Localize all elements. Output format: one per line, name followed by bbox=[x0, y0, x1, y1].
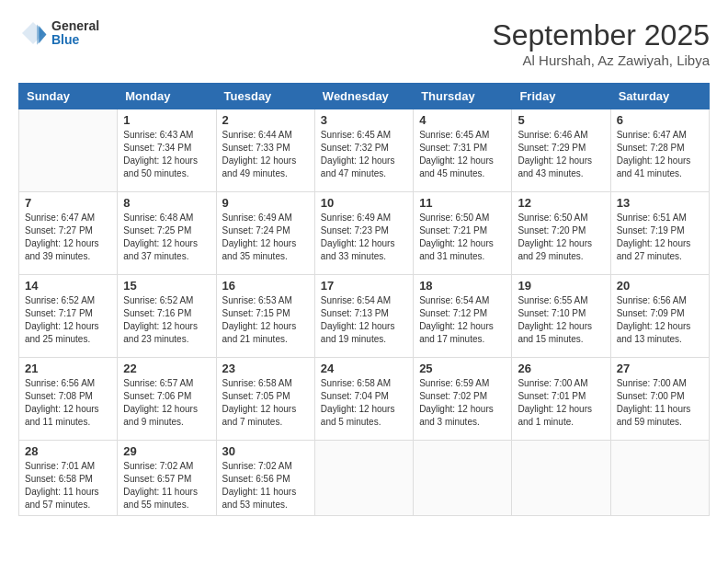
day-number: 19 bbox=[518, 279, 604, 293]
calendar-day: 1Sunrise: 6:43 AM Sunset: 7:34 PM Daylig… bbox=[118, 109, 216, 192]
day-number: 9 bbox=[222, 196, 309, 210]
day-info: Sunrise: 7:02 AM Sunset: 6:57 PM Dayligh… bbox=[123, 460, 210, 511]
day-number: 29 bbox=[123, 444, 210, 458]
day-number: 20 bbox=[617, 279, 703, 293]
calendar-day: 10Sunrise: 6:49 AM Sunset: 7:23 PM Dayli… bbox=[314, 192, 413, 275]
calendar-week-1: 1Sunrise: 6:43 AM Sunset: 7:34 PM Daylig… bbox=[19, 109, 710, 192]
calendar-week-5: 28Sunrise: 7:01 AM Sunset: 6:58 PM Dayli… bbox=[19, 441, 710, 516]
day-number: 12 bbox=[518, 196, 604, 210]
calendar-header-row: SundayMondayTuesdayWednesdayThursdayFrid… bbox=[19, 84, 710, 109]
header-thursday: Thursday bbox=[414, 84, 512, 109]
day-info: Sunrise: 6:56 AM Sunset: 7:09 PM Dayligh… bbox=[617, 294, 703, 346]
day-number: 26 bbox=[518, 362, 604, 375]
calendar-day: 9Sunrise: 6:49 AM Sunset: 7:24 PM Daylig… bbox=[216, 192, 314, 275]
calendar-day: 30Sunrise: 7:02 AM Sunset: 6:56 PM Dayli… bbox=[216, 441, 314, 516]
day-info: Sunrise: 7:00 AM Sunset: 7:00 PM Dayligh… bbox=[617, 377, 703, 429]
calendar-day: 16Sunrise: 6:53 AM Sunset: 7:15 PM Dayli… bbox=[216, 275, 314, 358]
day-info: Sunrise: 6:48 AM Sunset: 7:25 PM Dayligh… bbox=[123, 212, 210, 263]
calendar-day: 19Sunrise: 6:55 AM Sunset: 7:10 PM Dayli… bbox=[512, 275, 610, 358]
day-number: 13 bbox=[617, 196, 703, 210]
logo-blue: Blue bbox=[51, 33, 99, 47]
calendar-day: 26Sunrise: 7:00 AM Sunset: 7:01 PM Dayli… bbox=[512, 358, 610, 441]
calendar-day: 20Sunrise: 6:56 AM Sunset: 7:09 PM Dayli… bbox=[610, 275, 709, 358]
day-number: 14 bbox=[25, 279, 111, 293]
day-number: 11 bbox=[419, 196, 506, 210]
day-info: Sunrise: 6:46 AM Sunset: 7:29 PM Dayligh… bbox=[518, 129, 604, 180]
svg-marker-2 bbox=[39, 26, 46, 43]
day-info: Sunrise: 6:54 AM Sunset: 7:13 PM Dayligh… bbox=[321, 294, 407, 346]
logo: General Blue bbox=[18, 18, 99, 48]
calendar-day: 28Sunrise: 7:01 AM Sunset: 6:58 PM Dayli… bbox=[19, 441, 118, 516]
day-number: 3 bbox=[321, 113, 407, 127]
day-info: Sunrise: 7:01 AM Sunset: 6:58 PM Dayligh… bbox=[25, 460, 111, 511]
day-info: Sunrise: 6:56 AM Sunset: 7:08 PM Dayligh… bbox=[25, 377, 111, 429]
day-info: Sunrise: 7:02 AM Sunset: 6:56 PM Dayligh… bbox=[222, 460, 309, 511]
day-info: Sunrise: 6:45 AM Sunset: 7:31 PM Dayligh… bbox=[419, 129, 506, 180]
day-number: 7 bbox=[25, 196, 111, 210]
calendar-day: 8Sunrise: 6:48 AM Sunset: 7:25 PM Daylig… bbox=[118, 192, 216, 275]
day-info: Sunrise: 6:50 AM Sunset: 7:21 PM Dayligh… bbox=[419, 212, 506, 263]
calendar-week-4: 21Sunrise: 6:56 AM Sunset: 7:08 PM Dayli… bbox=[19, 358, 710, 441]
day-info: Sunrise: 6:47 AM Sunset: 7:28 PM Dayligh… bbox=[617, 129, 703, 180]
month-title: September 2025 bbox=[492, 18, 710, 52]
day-info: Sunrise: 6:59 AM Sunset: 7:02 PM Dayligh… bbox=[419, 377, 506, 429]
day-info: Sunrise: 6:49 AM Sunset: 7:24 PM Dayligh… bbox=[222, 212, 309, 263]
day-number: 24 bbox=[321, 362, 407, 375]
calendar-day: 14Sunrise: 6:52 AM Sunset: 7:17 PM Dayli… bbox=[19, 275, 118, 358]
day-number: 25 bbox=[419, 362, 506, 375]
day-number: 8 bbox=[123, 196, 210, 210]
calendar-week-2: 7Sunrise: 6:47 AM Sunset: 7:27 PM Daylig… bbox=[19, 192, 710, 275]
calendar-day: 11Sunrise: 6:50 AM Sunset: 7:21 PM Dayli… bbox=[414, 192, 512, 275]
calendar-day: 13Sunrise: 6:51 AM Sunset: 7:19 PM Dayli… bbox=[610, 192, 709, 275]
calendar-day bbox=[414, 441, 512, 516]
day-number: 22 bbox=[123, 362, 210, 375]
logo-icon bbox=[18, 18, 48, 48]
calendar-day bbox=[19, 109, 118, 192]
calendar-day: 15Sunrise: 6:52 AM Sunset: 7:16 PM Dayli… bbox=[118, 275, 216, 358]
calendar-day: 3Sunrise: 6:45 AM Sunset: 7:32 PM Daylig… bbox=[314, 109, 413, 192]
calendar-day: 2Sunrise: 6:44 AM Sunset: 7:33 PM Daylig… bbox=[216, 109, 314, 192]
day-number: 2 bbox=[222, 113, 309, 127]
day-number: 30 bbox=[222, 444, 309, 458]
header-tuesday: Tuesday bbox=[216, 84, 314, 109]
calendar-day: 5Sunrise: 6:46 AM Sunset: 7:29 PM Daylig… bbox=[512, 109, 610, 192]
day-info: Sunrise: 6:51 AM Sunset: 7:19 PM Dayligh… bbox=[617, 212, 703, 263]
calendar-table: SundayMondayTuesdayWednesdayThursdayFrid… bbox=[18, 83, 710, 516]
calendar-day: 18Sunrise: 6:54 AM Sunset: 7:12 PM Dayli… bbox=[414, 275, 512, 358]
day-info: Sunrise: 6:47 AM Sunset: 7:27 PM Dayligh… bbox=[25, 212, 111, 263]
day-number: 10 bbox=[321, 196, 407, 210]
day-number: 5 bbox=[518, 113, 604, 127]
calendar-day bbox=[610, 441, 709, 516]
title-section: September 2025 Al Hurshah, Az Zawiyah, L… bbox=[492, 18, 710, 68]
day-info: Sunrise: 6:53 AM Sunset: 7:15 PM Dayligh… bbox=[222, 294, 309, 346]
calendar-day: 21Sunrise: 6:56 AM Sunset: 7:08 PM Dayli… bbox=[19, 358, 118, 441]
logo-general: General bbox=[51, 19, 99, 33]
calendar-day: 27Sunrise: 7:00 AM Sunset: 7:00 PM Dayli… bbox=[610, 358, 709, 441]
calendar-day: 24Sunrise: 6:58 AM Sunset: 7:04 PM Dayli… bbox=[314, 358, 413, 441]
calendar-day: 29Sunrise: 7:02 AM Sunset: 6:57 PM Dayli… bbox=[118, 441, 216, 516]
day-number: 6 bbox=[617, 113, 703, 127]
calendar-day bbox=[512, 441, 610, 516]
location-subtitle: Al Hurshah, Az Zawiyah, Libya bbox=[492, 52, 710, 68]
day-number: 28 bbox=[25, 444, 111, 458]
day-info: Sunrise: 6:49 AM Sunset: 7:23 PM Dayligh… bbox=[321, 212, 407, 263]
header-friday: Friday bbox=[512, 84, 610, 109]
header-sunday: Sunday bbox=[19, 84, 118, 109]
day-info: Sunrise: 6:55 AM Sunset: 7:10 PM Dayligh… bbox=[518, 294, 604, 346]
header-wednesday: Wednesday bbox=[314, 84, 413, 109]
day-number: 17 bbox=[321, 279, 407, 293]
day-info: Sunrise: 6:44 AM Sunset: 7:33 PM Dayligh… bbox=[222, 129, 309, 180]
day-number: 18 bbox=[419, 279, 506, 293]
calendar-day: 23Sunrise: 6:58 AM Sunset: 7:05 PM Dayli… bbox=[216, 358, 314, 441]
day-info: Sunrise: 6:58 AM Sunset: 7:05 PM Dayligh… bbox=[222, 377, 309, 429]
day-info: Sunrise: 6:52 AM Sunset: 7:16 PM Dayligh… bbox=[123, 294, 210, 346]
day-number: 23 bbox=[222, 362, 309, 375]
header-monday: Monday bbox=[118, 84, 216, 109]
calendar-day bbox=[314, 441, 413, 516]
day-number: 16 bbox=[222, 279, 309, 293]
page-header: General Blue September 2025 Al Hurshah, … bbox=[18, 18, 710, 68]
day-info: Sunrise: 6:54 AM Sunset: 7:12 PM Dayligh… bbox=[419, 294, 506, 346]
calendar-day: 22Sunrise: 6:57 AM Sunset: 7:06 PM Dayli… bbox=[118, 358, 216, 441]
day-number: 1 bbox=[123, 113, 210, 127]
day-info: Sunrise: 6:52 AM Sunset: 7:17 PM Dayligh… bbox=[25, 294, 111, 346]
